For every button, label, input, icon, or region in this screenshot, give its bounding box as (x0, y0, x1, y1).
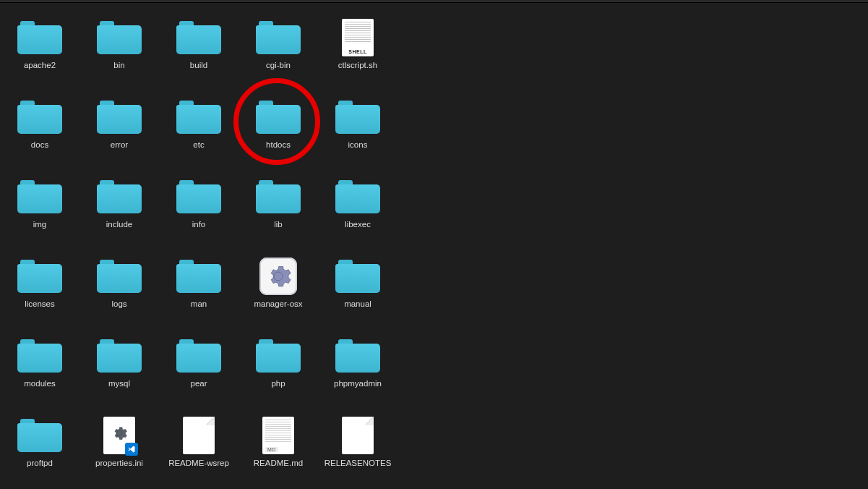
file-item-README-wsrep[interactable]: README-wsrep (159, 412, 239, 489)
plain-file-icon (183, 417, 215, 454)
icon-wrap (335, 178, 381, 216)
file-item-icons[interactable]: icons (318, 94, 398, 174)
folder-icon (97, 260, 142, 293)
folder-icon (97, 21, 142, 54)
icon-wrap (17, 178, 63, 216)
file-item-pear[interactable]: pear (159, 333, 239, 412)
icon-wrap (176, 98, 222, 136)
file-item-php[interactable]: php (239, 333, 318, 412)
icon-wrap (335, 98, 381, 136)
file-item-build[interactable]: build (159, 14, 239, 94)
file-item-img[interactable]: img (0, 174, 80, 253)
icon-wrap (96, 337, 142, 375)
file-item-phpmyadmin[interactable]: phpmyadmin (318, 333, 398, 412)
file-label: libexec (345, 220, 371, 230)
icon-wrap (255, 19, 301, 56)
file-label: manager-osx (254, 299, 302, 310)
file-label: pear (190, 379, 207, 389)
file-grid: apache2 bin build cgi-bin SHELL ctlscrip… (0, 14, 868, 489)
icon-wrap (17, 337, 63, 375)
icon-wrap (96, 19, 142, 56)
file-label: icons (348, 140, 368, 150)
icon-wrap (176, 417, 222, 454)
file-item-logs[interactable]: logs (80, 253, 159, 333)
file-label: properties.ini (95, 459, 143, 469)
icon-wrap (96, 178, 142, 216)
file-label: ctlscript.sh (338, 61, 377, 71)
icon-wrap (335, 417, 381, 454)
file-item-ctlscript.sh[interactable]: SHELL ctlscript.sh (318, 14, 398, 94)
file-item-licenses[interactable]: licenses (0, 253, 80, 333)
icon-wrap (255, 178, 301, 216)
file-label: error (111, 140, 128, 150)
file-label: docs (31, 140, 48, 150)
folder-icon (176, 260, 221, 293)
folder-icon (176, 101, 221, 134)
file-item-error[interactable]: error (80, 94, 159, 174)
file-item-info[interactable]: info (159, 174, 239, 253)
file-item-proftpd[interactable]: proftpd (0, 412, 80, 489)
icon-wrap (335, 258, 381, 295)
icon-wrap: MD (255, 417, 301, 454)
file-label: htdocs (266, 140, 291, 150)
file-label: img (33, 220, 47, 230)
file-item-modules[interactable]: modules (0, 333, 80, 412)
folder-icon (256, 339, 301, 373)
icon-wrap (96, 98, 142, 136)
file-item-docs[interactable]: docs (0, 94, 80, 174)
file-item-man[interactable]: man (159, 253, 239, 333)
file-item-apache2[interactable]: apache2 (0, 14, 80, 94)
folder-icon (17, 180, 62, 213)
file-item-mysql[interactable]: mysql (80, 333, 159, 412)
folder-icon (97, 101, 142, 134)
file-item-properties.ini[interactable]: properties.ini (80, 412, 159, 489)
file-label: RELEASENOTES (325, 459, 392, 469)
folder-icon (176, 21, 221, 54)
folder-icon (97, 180, 142, 213)
file-item-libexec[interactable]: libexec (318, 174, 398, 253)
file-label: modules (24, 379, 55, 389)
file-item-RELEASENOTES[interactable]: RELEASENOTES (318, 412, 398, 489)
file-item-cgi-bin[interactable]: cgi-bin (239, 14, 318, 94)
file-label: info (192, 220, 206, 230)
folder-icon (17, 419, 62, 452)
shell-file-icon: SHELL (342, 19, 374, 56)
file-item-bin[interactable]: bin (80, 14, 159, 94)
folder-icon (335, 260, 380, 293)
icon-wrap (176, 258, 222, 295)
file-label: man (191, 299, 207, 310)
icon-wrap (17, 19, 63, 56)
manager-app-icon (259, 258, 297, 295)
icon-wrap (176, 337, 222, 375)
file-item-lib[interactable]: lib (239, 174, 318, 253)
folder-icon (335, 339, 380, 373)
folder-icon (97, 339, 142, 373)
file-item-include[interactable]: include (80, 174, 159, 253)
file-item-manual[interactable]: manual (318, 253, 398, 333)
icon-wrap (17, 417, 63, 454)
icon-wrap (17, 258, 63, 295)
file-label: logs (111, 299, 126, 310)
icon-wrap (255, 98, 301, 136)
gear-icon (265, 263, 291, 289)
folder-icon (17, 21, 62, 54)
file-label: php (271, 379, 285, 389)
plain-file-icon (342, 417, 374, 454)
file-label: README-wsrep (168, 459, 229, 469)
icon-wrap: SHELL (335, 19, 381, 56)
file-item-manager-osx[interactable]: manager-osx (239, 253, 318, 333)
file-item-etc[interactable]: etc (159, 94, 239, 174)
icon-wrap (96, 417, 142, 454)
file-item-htdocs[interactable]: htdocs (239, 94, 318, 174)
vscode-badge-icon (125, 443, 138, 456)
icon-wrap (255, 258, 301, 295)
file-label: build (190, 61, 207, 71)
file-item-README.md[interactable]: MD README.md (239, 412, 318, 489)
file-label: include (106, 220, 132, 230)
folder-icon (335, 101, 380, 134)
gear-icon (111, 425, 127, 441)
file-label: cgi-bin (266, 61, 291, 71)
icon-wrap (176, 178, 222, 216)
folder-icon (17, 339, 62, 373)
file-label: README.md (254, 459, 303, 469)
